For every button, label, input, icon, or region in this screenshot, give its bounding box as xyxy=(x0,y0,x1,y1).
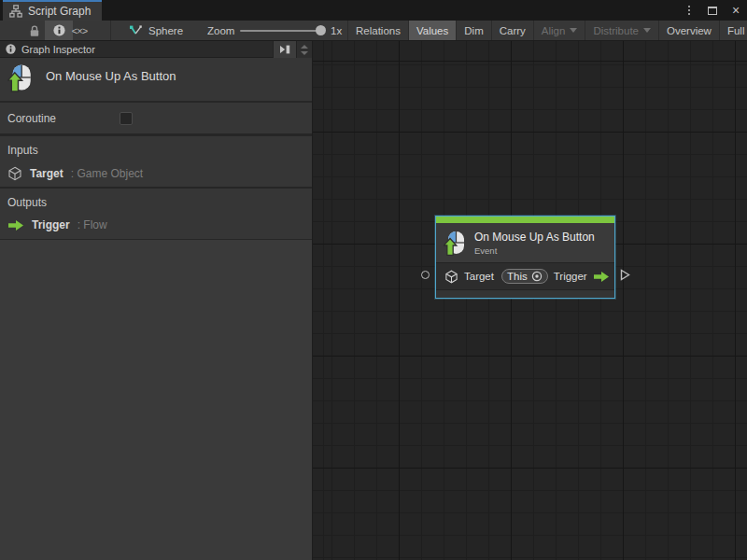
node-output-label: Trigger xyxy=(554,271,587,282)
maximize-icon[interactable] xyxy=(705,2,720,19)
dock-icon xyxy=(279,45,291,54)
zoom-value-wrap: 1x xyxy=(331,21,342,40)
mouse-up-button-icon xyxy=(7,63,33,92)
zoom-value: 1x xyxy=(331,25,342,36)
input-port-circle[interactable] xyxy=(421,271,430,279)
output-port-triangle[interactable] xyxy=(620,269,630,281)
overview-button[interactable]: Overview xyxy=(658,21,719,40)
event-node-on-mouse-up-as-button[interactable]: On Mouse Up As Button Event Target This xyxy=(435,216,615,299)
network-icon xyxy=(129,25,142,36)
coroutine-checkbox[interactable] xyxy=(120,112,133,125)
code-icon: <×> xyxy=(72,25,87,36)
toolbar-separator xyxy=(110,21,111,40)
distribute-dropdown[interactable]: Distribute xyxy=(585,21,658,40)
dim-button[interactable]: Dim xyxy=(456,21,490,40)
full-screen-button[interactable]: Full Screen xyxy=(719,21,747,40)
graph-toolbar: <×> Sphere Zoom 1x Relations Values Dim xyxy=(0,21,747,41)
node-input-label: Target xyxy=(464,271,494,282)
input-type: : Game Object xyxy=(71,167,143,180)
input-port-row: Target : Game Object xyxy=(7,166,312,181)
outputs-header: Outputs xyxy=(7,196,312,209)
window-controls: × xyxy=(682,0,743,21)
output-type: : Flow xyxy=(78,218,107,231)
zoom-control: Zoom xyxy=(207,21,234,40)
scroll-up-icon xyxy=(301,45,308,49)
align-dropdown[interactable]: Align xyxy=(533,21,585,40)
close-icon[interactable]: × xyxy=(728,2,743,19)
tab-label: Script Graph xyxy=(28,5,91,18)
zoom-slider-track[interactable] xyxy=(240,30,322,32)
mouse-up-button-icon xyxy=(444,231,466,256)
flow-arrow-icon xyxy=(593,271,610,283)
tab-bar: Script Graph × xyxy=(0,0,747,21)
carry-button[interactable]: Carry xyxy=(491,21,533,40)
scroll-down-icon xyxy=(301,51,308,55)
node-subtitle: Event xyxy=(474,245,595,256)
panel-divider xyxy=(0,239,312,240)
node-footer xyxy=(436,289,614,298)
node-title: On Mouse Up As Button xyxy=(474,231,595,244)
unit-title-section: On Mouse Up As Button xyxy=(0,58,312,101)
window-menu-icon[interactable] xyxy=(682,2,697,19)
relations-button[interactable]: Relations xyxy=(347,21,408,40)
values-button[interactable]: Values xyxy=(408,21,456,40)
info-icon xyxy=(53,24,65,36)
script-graph-icon xyxy=(9,5,22,18)
node-accent-bar xyxy=(436,217,614,223)
node-header: On Mouse Up As Button Event xyxy=(436,223,614,262)
zoom-slider-thumb[interactable] xyxy=(316,25,326,35)
lock-button[interactable] xyxy=(26,21,43,40)
object-picker-icon[interactable] xyxy=(531,271,543,282)
zoom-label: Zoom xyxy=(207,25,234,36)
lock-icon xyxy=(29,24,40,37)
inputs-section: Inputs Target : Game Object xyxy=(0,136,312,187)
toolbar-button-row: Relations Values Dim Carry Align Distrib… xyxy=(347,21,747,40)
graph-canvas[interactable]: On Mouse Up As Button Event Target This xyxy=(313,41,747,560)
coroutine-row: Coroutine xyxy=(0,103,312,133)
graph-pointer-label: Sphere xyxy=(148,25,183,36)
dock-panel-button[interactable] xyxy=(273,41,296,58)
cube-icon xyxy=(7,166,22,181)
outputs-section: Outputs Trigger : Flow xyxy=(0,189,312,239)
coroutine-label: Coroutine xyxy=(7,112,56,125)
info-icon xyxy=(6,44,16,54)
code-preview-button[interactable]: <×> xyxy=(65,21,93,40)
output-port-row: Trigger : Flow xyxy=(7,218,312,231)
inspector-header: Graph Inspector xyxy=(0,41,312,58)
panel-scroll-buttons[interactable] xyxy=(296,41,312,58)
output-name: Trigger xyxy=(32,218,70,231)
graph-inspector-panel: Graph Inspector On Mouse Up As B xyxy=(0,41,313,560)
chevron-down-icon xyxy=(570,28,577,33)
target-value: This xyxy=(507,271,528,282)
input-name: Target xyxy=(30,167,63,180)
chevron-down-icon xyxy=(643,28,651,33)
target-value-selector[interactable]: This xyxy=(501,269,548,284)
tab-script-graph[interactable]: Script Graph xyxy=(3,0,102,21)
flow-arrow-icon xyxy=(7,219,24,231)
unit-title: On Mouse Up As Button xyxy=(46,69,176,83)
cube-icon xyxy=(444,270,458,284)
graph-pointer-breadcrumb[interactable]: Sphere xyxy=(129,21,183,40)
node-port-row: Target This Trigger xyxy=(436,262,614,289)
inspector-title: Graph Inspector xyxy=(21,44,95,55)
inputs-header: Inputs xyxy=(7,144,312,157)
